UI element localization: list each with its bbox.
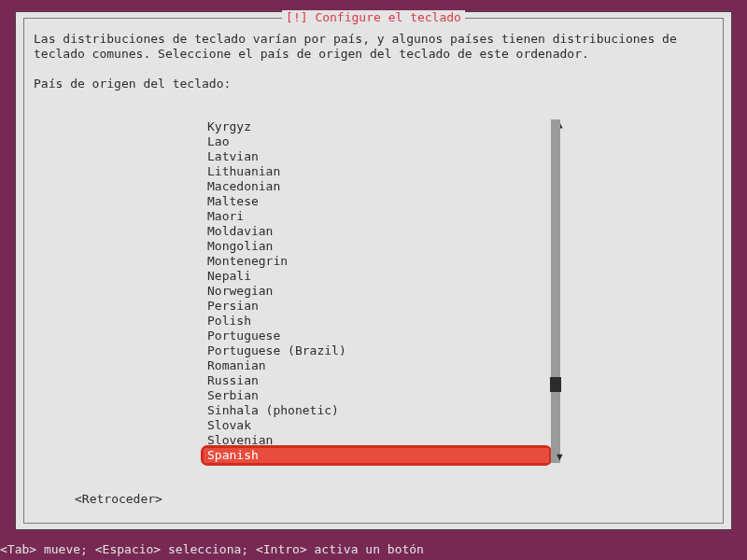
country-option[interactable]: Romanian bbox=[204, 358, 549, 373]
country-option[interactable]: Portuguese bbox=[204, 329, 549, 343]
dialog-border: [!] Configure el teclado Las distribucio… bbox=[23, 18, 724, 524]
dialog-title: [!] Configure el teclado bbox=[282, 10, 465, 24]
back-button[interactable]: <Retroceder> bbox=[75, 492, 162, 506]
country-option[interactable]: Sinhala (phonetic) bbox=[204, 403, 549, 418]
country-list[interactable]: KyrgyzLaoLatvianLithuanianMacedonianMalt… bbox=[204, 119, 549, 463]
country-option[interactable]: Lao bbox=[204, 134, 549, 149]
scroll-down-arrow[interactable]: ▼ bbox=[557, 450, 563, 464]
country-option[interactable]: Maori bbox=[204, 209, 549, 224]
country-option[interactable]: Kyrgyz bbox=[204, 119, 549, 134]
country-option[interactable]: Mongolian bbox=[204, 239, 549, 254]
scrollbar-thumb[interactable] bbox=[550, 377, 561, 392]
country-option[interactable]: Lithuanian bbox=[204, 164, 549, 179]
country-option[interactable]: Moldavian bbox=[204, 224, 549, 239]
dialog-window: [!] Configure el teclado Las distribucio… bbox=[15, 11, 732, 530]
country-option[interactable]: Macedonian bbox=[204, 179, 549, 194]
help-bar: <Tab> mueve; <Espacio> selecciona; <Intr… bbox=[0, 542, 424, 556]
country-option[interactable]: Latvian bbox=[204, 149, 549, 164]
country-option[interactable]: Spanish bbox=[204, 448, 549, 463]
country-option[interactable]: Polish bbox=[204, 314, 549, 329]
dialog-content: Las distribuciones de teclado varían por… bbox=[34, 32, 713, 91]
country-option[interactable]: Persian bbox=[204, 299, 549, 314]
country-option[interactable]: Serbian bbox=[204, 388, 549, 403]
description-text: Las distribuciones de teclado varían por… bbox=[34, 32, 713, 62]
country-option[interactable]: Norwegian bbox=[204, 284, 549, 299]
country-option[interactable]: Portuguese (Brazil) bbox=[204, 343, 549, 358]
country-option[interactable]: Russian bbox=[204, 373, 549, 388]
country-option[interactable]: Slovenian bbox=[204, 433, 549, 448]
scrollbar-track[interactable] bbox=[551, 119, 560, 463]
country-option[interactable]: Montenegrin bbox=[204, 254, 549, 269]
country-option[interactable]: Nepali bbox=[204, 269, 549, 284]
country-option[interactable]: Maltese bbox=[204, 194, 549, 209]
country-option[interactable]: Slovak bbox=[204, 418, 549, 433]
prompt-label: País de origen del teclado: bbox=[34, 77, 713, 91]
